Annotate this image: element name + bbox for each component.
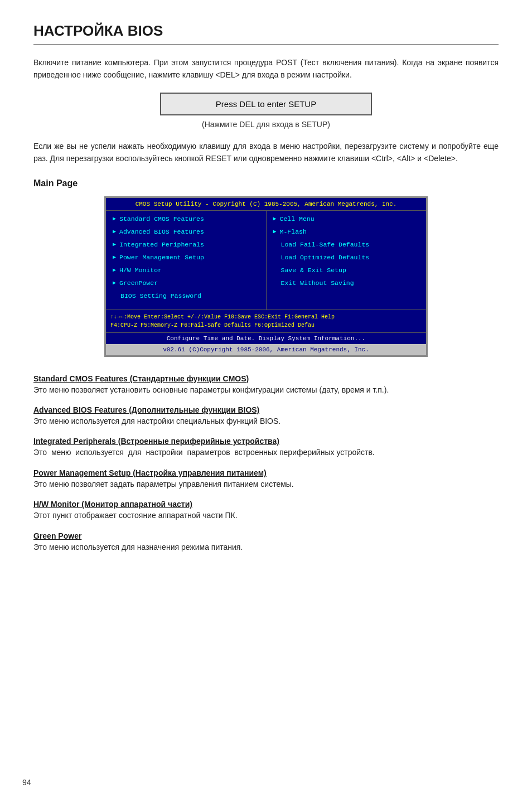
page-number: 94 bbox=[22, 778, 31, 787]
bios-menu-item: ▶GreenPower bbox=[113, 279, 259, 287]
bios-copyright: v02.61 (C)Copyright 1985-2006, American … bbox=[106, 344, 426, 355]
bios-menu-item: Exit Without Saving bbox=[273, 279, 420, 287]
bios-screen: CMOS Setup Utility - Copyright (C) 1985-… bbox=[104, 196, 428, 357]
bios-footer-line1: ↑↓→←:Move Enter:Select +/-/:Value F10:Sa… bbox=[110, 313, 422, 321]
menu-section-desc: Этот пункт отображает состояние аппаратн… bbox=[33, 509, 499, 521]
menu-section-desc: Это меню позволяет установить основные п… bbox=[33, 384, 499, 396]
menu-section-title: Green Power bbox=[33, 531, 81, 540]
bios-menu-item: ▶Cell Menu bbox=[273, 215, 420, 223]
bios-prompt-text: Press DEL to enter SETUP bbox=[216, 99, 316, 109]
bios-screen-body: ▶Standard CMOS Features ▶Advanced BIOS F… bbox=[106, 211, 426, 309]
bios-prompt-box: Press DEL to enter SETUP bbox=[160, 93, 372, 115]
bios-menu-item: BIOS Setting Password bbox=[113, 292, 259, 299]
bios-menu-item: ▶H/W Monitor bbox=[113, 267, 259, 274]
page: НАСТРОЙКА BIOS Включите питание компьюте… bbox=[0, 0, 532, 798]
menu-section-title: Integrated Peripherals (Встроенные периф… bbox=[33, 437, 279, 446]
menu-section-desc: Это меню используется для назначения реж… bbox=[33, 541, 499, 553]
menu-section-standard-cmos: Standard CMOS Features (Стандартные функ… bbox=[33, 374, 499, 396]
intro-text: Включите питание компьютера. При этом за… bbox=[33, 56, 499, 81]
bios-footer: ↑↓→←:Move Enter:Select +/-/:Value F10:Sa… bbox=[106, 309, 426, 332]
bios-menu-item: ▶Standard CMOS Features bbox=[113, 215, 259, 223]
bios-menu-item: ▶Integrated Peripherals bbox=[113, 241, 259, 248]
menu-section-hw-monitor: H/W Monitor (Монитор аппаратной части) Э… bbox=[33, 499, 499, 521]
menu-section-desc: Это меню позволяет задать параметры упра… bbox=[33, 478, 499, 490]
bios-menu-item: ▶M-Flash bbox=[273, 228, 420, 235]
main-page-section-title: Main Page bbox=[33, 178, 499, 188]
menu-section-title: H/W Monitor (Монитор аппаратной части) bbox=[33, 500, 192, 509]
bios-menu-item: Load Fail-Safe Defaults bbox=[273, 241, 420, 248]
menu-section-integrated-peripherals: Integrated Peripherals (Встроенные периф… bbox=[33, 436, 499, 458]
bios-menu-item: Load Optimized Defaults bbox=[273, 254, 420, 261]
bios-menu-item: ▶Power Management Setup bbox=[113, 254, 259, 261]
menu-section-power-management: Power Management Setup (Настройка управл… bbox=[33, 468, 499, 490]
menu-section-green-power: Green Power Это меню используется для на… bbox=[33, 531, 499, 553]
bios-prompt-sub: (Нажмите DEL для входа в SETUP) bbox=[33, 120, 499, 129]
bios-info-bar: Configure Time and Date. Display System … bbox=[106, 332, 426, 344]
bios-menu-item: Save & Exit Setup bbox=[273, 267, 420, 274]
page-title: НАСТРОЙКА BIOS bbox=[33, 22, 499, 45]
menu-section-title: Advanced BIOS Features (Дополнительные ф… bbox=[33, 405, 259, 414]
menu-section-advanced-bios: Advanced BIOS Features (Дополнительные ф… bbox=[33, 405, 499, 427]
bios-menu-item: ▶Advanced BIOS Features bbox=[113, 228, 259, 235]
menu-section-title: Standard CMOS Features (Стандартные функ… bbox=[33, 374, 249, 383]
bios-footer-line2: F4:CPU-Z F5:Memory-Z F6:Fail-Safe Defaul… bbox=[110, 321, 422, 330]
bios-screen-header: CMOS Setup Utility - Copyright (C) 1985-… bbox=[106, 198, 426, 211]
menu-section-title: Power Management Setup (Настройка управл… bbox=[33, 468, 267, 477]
bios-right-col: ▶Cell Menu ▶M-Flash Load Fail-Safe Defau… bbox=[267, 211, 427, 309]
bios-left-col: ▶Standard CMOS Features ▶Advanced BIOS F… bbox=[106, 211, 267, 309]
second-para: Если же вы не успели нажать необходимую … bbox=[33, 140, 499, 165]
menu-section-desc: Это меню используется для настройки пара… bbox=[33, 446, 499, 458]
menu-section-desc: Это меню используется для настройки спец… bbox=[33, 415, 499, 427]
